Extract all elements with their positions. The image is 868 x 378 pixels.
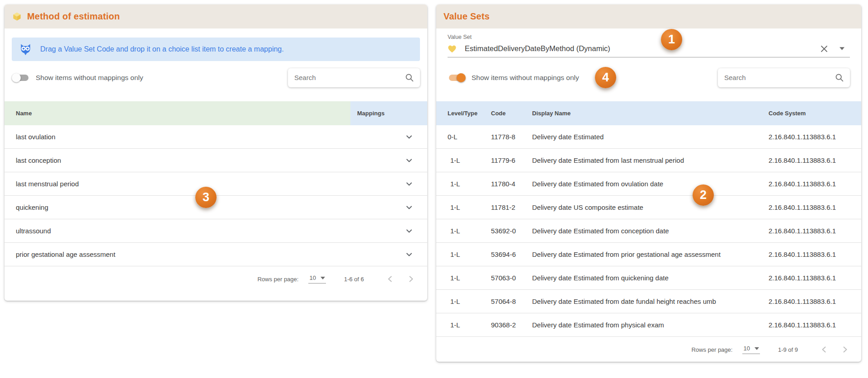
rows-per-page-value: 10 — [743, 345, 750, 352]
table-row[interactable]: 1-L 11780-4 Delivery date Estimated from… — [436, 172, 861, 196]
value-sets-search-box — [718, 68, 850, 87]
cell-code-system: 2.16.840.1.113883.6.1 — [769, 250, 861, 258]
choice-list-panel: Method of estimation Drag a Value Set Co… — [5, 5, 427, 301]
rows-per-page-select[interactable]: 10 — [308, 274, 326, 284]
column-header-code: Code — [491, 101, 532, 125]
chevron-right-icon — [406, 274, 416, 284]
show-unmapped-toggle-wrap: Show items without mappings only — [12, 73, 143, 83]
caret-down-icon — [321, 277, 325, 279]
table-row[interactable]: 1-L 11781-2 Delivery date US composite e… — [436, 196, 861, 219]
table-row[interactable]: last conception — [5, 149, 427, 172]
cell-level-type: 1-L — [436, 203, 491, 211]
next-page-button[interactable] — [406, 274, 416, 284]
value-sets-controls: Show items without mappings only — [448, 67, 850, 88]
column-header-mappings: Mappings — [350, 101, 427, 125]
cell-level-type: 1-L — [436, 156, 491, 164]
cell-level-type: 1-L — [436, 274, 491, 282]
chevron-down-icon — [404, 179, 415, 189]
value-set-label: Value Set — [448, 34, 850, 40]
chevron-down-icon — [404, 155, 415, 166]
previous-page-button[interactable] — [819, 344, 830, 355]
value-set-select[interactable]: EstimatedDeliveryDateByMethod (Dynamic) — [448, 40, 850, 57]
cell-code: 11780-4 — [491, 180, 532, 188]
show-unmapped-toggle[interactable] — [448, 73, 466, 83]
search-input[interactable] — [724, 74, 835, 81]
caret-down-icon — [755, 347, 759, 350]
cube-icon — [12, 11, 22, 22]
toggle-label: Show items without mappings only — [36, 74, 143, 82]
show-unmapped-toggle-wrap: Show items without mappings only — [448, 73, 579, 83]
cell-code: 57063-0 — [491, 274, 532, 282]
cell-code-system: 2.16.840.1.113883.6.1 — [769, 156, 861, 164]
table-row[interactable]: 1-L 57064-8 Delivery date Estimated from… — [436, 290, 861, 313]
cell-display-name: Delivery date US composite estimate — [532, 203, 769, 211]
cell-display-name: Delivery date Estimated from physical ex… — [532, 321, 769, 329]
expand-row-button[interactable] — [350, 179, 427, 189]
chevron-left-icon — [385, 274, 396, 284]
table-row[interactable]: last ovulation — [5, 125, 427, 149]
cell-level-type: 1-L — [436, 227, 491, 235]
chevron-right-icon — [840, 344, 850, 355]
cell-code: 11778-8 — [491, 133, 532, 141]
table-row[interactable]: 1-L 57063-0 Delivery date Estimated from… — [436, 266, 861, 290]
column-header-level-type: Level/Type — [436, 101, 491, 125]
toggle-label: Show items without mappings only — [472, 74, 579, 82]
choice-list-search-box — [288, 68, 420, 87]
table-row[interactable]: 1-L 90368-2 Delivery date Estimated from… — [436, 313, 861, 337]
value-sets-pagination: Rows per page: 10 1-9 of 9 — [436, 337, 861, 362]
open-dropdown-button[interactable] — [837, 44, 846, 53]
cell-code-system: 2.16.840.1.113883.6.1 — [769, 298, 861, 305]
toggle-knob — [457, 73, 466, 82]
choice-item-name: prior gestational age assessment — [5, 250, 350, 258]
search-icon — [405, 73, 415, 83]
table-row[interactable]: 1-L 53694-6 Delivery date Estimated from… — [436, 243, 861, 266]
cell-code: 57064-8 — [491, 298, 532, 305]
table-row[interactable]: ultrassound — [5, 219, 427, 243]
choice-list-controls: Show items without mappings only — [12, 67, 420, 88]
choice-item-name: ultrassound — [5, 227, 350, 235]
next-page-button[interactable] — [840, 344, 850, 355]
cell-display-name: Delivery date Estimated — [532, 133, 769, 141]
choice-list-panel-header: Method of estimation — [5, 5, 427, 28]
cell-level-type: 1-L — [436, 250, 491, 258]
expand-row-button[interactable] — [350, 249, 427, 260]
table-row[interactable]: last menstrual period — [5, 172, 427, 196]
cell-level-type: 1-L — [436, 321, 491, 329]
chevron-down-icon — [404, 226, 415, 236]
cell-level-type: 1-L — [436, 298, 491, 305]
expand-row-button[interactable] — [350, 226, 427, 236]
pagination-range: 1-9 of 9 — [778, 346, 798, 353]
expand-row-button[interactable] — [350, 202, 427, 213]
cell-level-type: 0-L — [436, 133, 491, 141]
rows-per-page-select[interactable]: 10 — [742, 345, 760, 354]
expand-row-button[interactable] — [350, 132, 427, 142]
cell-code-system: 2.16.840.1.113883.6.1 — [769, 203, 861, 211]
clear-value-set-button[interactable] — [818, 43, 830, 55]
annotation-badge-1: 1 — [661, 29, 682, 50]
table-row[interactable]: 0-L 11778-8 Delivery date Estimated 2.16… — [436, 125, 861, 149]
value-sets-panel-header: Value Sets — [436, 5, 861, 28]
table-row[interactable]: 1-L 11779-6 Delivery date Estimated from… — [436, 149, 861, 172]
table-row[interactable]: prior gestational age assessment — [5, 243, 427, 266]
cell-code: 53692-0 — [491, 227, 532, 235]
rows-per-page-value: 10 — [309, 274, 316, 281]
previous-page-button[interactable] — [385, 274, 396, 284]
choice-item-name: last conception — [5, 156, 350, 164]
cell-code-system: 2.16.840.1.113883.6.1 — [769, 180, 861, 188]
search-input[interactable] — [294, 74, 405, 81]
show-unmapped-toggle[interactable] — [12, 73, 30, 83]
expand-row-button[interactable] — [350, 155, 427, 166]
search-icon — [835, 73, 844, 83]
value-set-field-block: Value Set EstimatedDeliveryDateByMethod … — [448, 34, 850, 57]
toggle-knob — [12, 73, 21, 82]
rows-per-page-label: Rows per page: — [257, 276, 298, 283]
heart-icon — [448, 45, 457, 53]
cell-display-name: Delivery date Estimated from last menstr… — [532, 156, 769, 164]
panel-title: Method of estimation — [27, 11, 120, 22]
cell-display-name: Delivery date Estimated from date fundal… — [532, 298, 769, 305]
table-row[interactable]: 1-L 53692-0 Delivery date Estimated from… — [436, 219, 861, 243]
cell-code-system: 2.16.840.1.113883.6.1 — [769, 321, 861, 329]
chevron-down-icon — [404, 132, 415, 142]
column-header-code-system: Code System — [769, 101, 861, 125]
chevron-left-icon — [819, 344, 830, 355]
